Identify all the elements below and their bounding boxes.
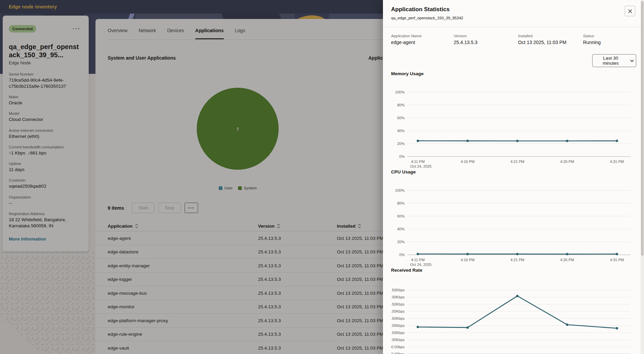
info-field: Version25.4.13.5.3 — [454, 34, 477, 45]
svg-text:1.50Kbps: 1.50Kbps — [391, 331, 405, 335]
field-value: Running — [583, 40, 601, 45]
svg-text:100%: 100% — [395, 188, 405, 192]
svg-text:4:26 PM: 4:26 PM — [560, 258, 574, 262]
close-icon — [628, 9, 632, 13]
field-value: Oct 13 2025, 11:03 PM — [518, 40, 566, 45]
svg-text:40%: 40% — [397, 227, 405, 231]
svg-text:4:11 PM: 4:11 PM — [411, 258, 425, 262]
svg-text:Oct 24, 2025: Oct 24, 2025 — [410, 164, 432, 168]
svg-text:4:16 PM: 4:16 PM — [461, 258, 475, 262]
field-label: Version — [454, 34, 477, 38]
svg-text:20%: 20% — [397, 240, 405, 244]
application-statistics-drawer: Application Statistics qa_edge_perf_open… — [383, 0, 644, 354]
svg-text:3.50Kbps: 3.50Kbps — [391, 302, 405, 306]
drawer-scrollbar-thumb[interactable] — [641, 1, 644, 256]
svg-text:2.00Kbps: 2.00Kbps — [391, 324, 405, 328]
svg-text:100%: 100% — [395, 90, 405, 94]
info-field: Application Nameedge-agent — [391, 34, 422, 45]
time-range-label: Last 30 minutes — [595, 56, 627, 66]
field-value: edge-agent — [391, 40, 422, 45]
info-field: StatusRunning — [583, 34, 601, 45]
svg-text:0%: 0% — [399, 253, 405, 257]
svg-text:Oct 24, 2025: Oct 24, 2025 — [410, 263, 432, 267]
close-button[interactable] — [625, 6, 635, 16]
drawer-title: Application Statistics — [391, 6, 450, 13]
svg-text:80%: 80% — [397, 201, 405, 205]
svg-text:4:26 PM: 4:26 PM — [560, 160, 574, 164]
svg-text:4:21 PM: 4:21 PM — [511, 160, 524, 164]
svg-text:4.50Kbps: 4.50Kbps — [391, 288, 405, 292]
field-label: Application Name — [391, 34, 422, 38]
svg-text:500.00bps: 500.00bps — [391, 345, 405, 349]
received-rate-chart: 0.00bps500.00bps1.00Kbps1.50Kbps2.00Kbps… — [391, 280, 634, 354]
svg-text:3.00Kbps: 3.00Kbps — [391, 309, 405, 313]
cpu-usage-chart: 0%20%40%60%80%100%4:11 PM4:16 PM4:21 PM4… — [391, 180, 634, 270]
chevron-down-icon — [630, 60, 634, 62]
memory-usage-chart: 0%20%40%60%80%100%4:11 PM4:16 PM4:21 PM4… — [391, 81, 634, 172]
info-field: InstalledOct 13 2025, 11:03 PM — [518, 34, 566, 45]
svg-text:4:31 PM: 4:31 PM — [610, 160, 624, 164]
time-range-dropdown[interactable]: Last 30 minutes — [592, 54, 636, 67]
cpu-usage-title: CPU Usage — [391, 169, 416, 174]
svg-text:0.00bps: 0.00bps — [391, 352, 405, 354]
edge-node-inventory-page: Edge node inventory — [0, 0, 644, 354]
svg-text:0%: 0% — [399, 154, 405, 159]
application-info-fields: Application Nameedge-agentVersion25.4.13… — [383, 34, 644, 54]
svg-text:20%: 20% — [397, 142, 405, 146]
svg-text:80%: 80% — [397, 103, 405, 107]
drawer-subtitle: qa_edge_perf_openstack_150_39_95342 — [391, 16, 463, 20]
drawer-divider — [383, 27, 644, 27]
field-value: 25.4.13.5.3 — [454, 40, 477, 45]
field-label: Installed — [518, 34, 566, 38]
svg-text:60%: 60% — [397, 116, 405, 120]
svg-text:4:31 PM: 4:31 PM — [610, 258, 624, 262]
drawer-scrollbar-track[interactable] — [641, 0, 644, 354]
svg-text:4:11 PM: 4:11 PM — [411, 160, 425, 164]
svg-text:1.00Kbps: 1.00Kbps — [391, 338, 405, 342]
svg-text:60%: 60% — [397, 214, 405, 218]
svg-text:40%: 40% — [397, 129, 405, 133]
memory-usage-title: Memory Usage — [391, 71, 424, 76]
field-label: Status — [583, 34, 601, 38]
svg-text:4:16 PM: 4:16 PM — [461, 160, 475, 164]
received-rate-title: Received Rate — [391, 268, 422, 273]
svg-text:2.50Kbps: 2.50Kbps — [391, 316, 405, 320]
svg-text:4:21 PM: 4:21 PM — [511, 258, 524, 262]
svg-text:4.00Kbps: 4.00Kbps — [391, 295, 405, 299]
